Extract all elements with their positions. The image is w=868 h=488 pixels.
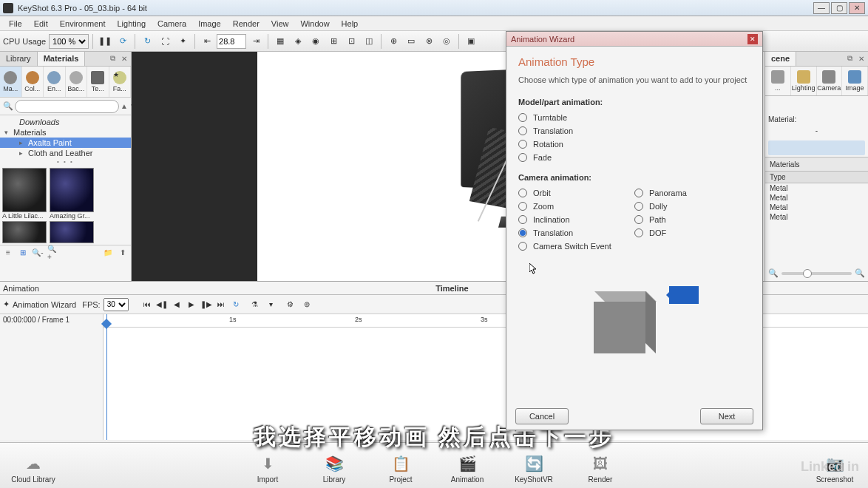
tab-materials[interactable]: Materials bbox=[38, 52, 86, 66]
cat-backplates[interactable]: Bac... bbox=[66, 67, 88, 97]
filter-anim-icon[interactable]: ⚗ bbox=[248, 298, 262, 311]
tool-icon-4[interactable]: ⊞ bbox=[325, 33, 342, 50]
scene-close-icon[interactable]: ✕ bbox=[856, 53, 867, 64]
menu-window[interactable]: Window bbox=[294, 18, 335, 30]
tool-icon-9[interactable]: ⊗ bbox=[421, 33, 437, 50]
tool-icon-2[interactable]: ◈ bbox=[290, 33, 306, 50]
step-back-icon[interactable]: ◀❚ bbox=[155, 298, 169, 311]
library-button[interactable]: 📚Library bbox=[301, 453, 367, 488]
tree-cloth[interactable]: ▸Cloth and Leather bbox=[0, 148, 131, 158]
animation-button[interactable]: 🎬Animation bbox=[434, 453, 501, 488]
tab-library[interactable]: Library bbox=[0, 52, 38, 66]
scene-undock-icon[interactable]: ⧉ bbox=[844, 53, 855, 64]
maximize-button[interactable]: ▢ bbox=[831, 2, 847, 14]
reload-icon[interactable]: ↻ bbox=[139, 33, 155, 50]
cat-favorites[interactable]: ★Fa... bbox=[109, 67, 132, 97]
tool-icon-3[interactable]: ◉ bbox=[308, 33, 324, 50]
menu-render[interactable]: Render bbox=[227, 18, 265, 30]
pause-icon[interactable]: ❚❚ bbox=[97, 33, 113, 50]
radio-dof[interactable]: DOF bbox=[634, 226, 750, 240]
col-type[interactable]: Type bbox=[765, 172, 868, 183]
radio-translation-camera[interactable]: Translation bbox=[518, 226, 634, 240]
view-grid-icon[interactable]: ⊞ bbox=[18, 248, 28, 258]
loop-icon[interactable]: ↻ bbox=[229, 298, 243, 311]
thumb-1[interactable]: A Little Lilac... bbox=[1, 168, 47, 220]
tool-icon-11[interactable]: ▣ bbox=[463, 33, 479, 50]
upload-icon[interactable]: ⬆ bbox=[118, 248, 128, 258]
cat-textures[interactable]: Te... bbox=[87, 67, 109, 97]
step-fwd-icon[interactable]: ❚▶ bbox=[200, 298, 213, 311]
folder-icon[interactable]: 📁 bbox=[103, 248, 113, 258]
project-button[interactable]: 📋Project bbox=[367, 453, 434, 488]
expand-icon[interactable]: ⛶ bbox=[157, 33, 173, 50]
dialog-close-icon[interactable]: ✕ bbox=[747, 34, 758, 44]
dropdown-icon[interactable]: ▾ bbox=[265, 298, 278, 311]
tool-icon-8[interactable]: ▭ bbox=[403, 33, 419, 50]
radio-translation-model[interactable]: Translation bbox=[518, 124, 750, 138]
tree-downloads[interactable]: Downloads bbox=[0, 117, 131, 127]
tree-more[interactable]: • • • bbox=[0, 158, 131, 165]
cloud-library-button[interactable]: ☁ Cloud Library bbox=[0, 453, 67, 488]
menu-image[interactable]: Image bbox=[192, 18, 227, 30]
menu-edit[interactable]: Edit bbox=[28, 18, 54, 30]
radio-rotation[interactable]: Rotation bbox=[518, 138, 750, 151]
import-button[interactable]: ⬇Import bbox=[234, 453, 301, 488]
playhead[interactable] bbox=[106, 314, 107, 440]
close-button[interactable]: ✕ bbox=[849, 2, 865, 14]
panel-close-icon[interactable]: ✕ bbox=[119, 53, 129, 64]
radio-panorama[interactable]: Panorama bbox=[634, 186, 750, 200]
minimize-button[interactable]: — bbox=[813, 2, 830, 14]
play-back-icon[interactable]: ◀ bbox=[170, 298, 183, 311]
sub-materials[interactable]: Materials bbox=[765, 157, 868, 172]
cpu-usage-select[interactable]: 100 % bbox=[49, 34, 89, 49]
radio-inclination[interactable]: Inclination bbox=[518, 213, 634, 226]
tree-materials[interactable]: ▾Materials bbox=[0, 127, 131, 138]
table-row[interactable]: Metal bbox=[765, 212, 868, 222]
preview-icon[interactable]: ⊚ bbox=[300, 298, 313, 311]
search-input[interactable] bbox=[15, 100, 119, 113]
radio-orbit[interactable]: Orbit bbox=[518, 186, 634, 200]
tool-icon-1[interactable]: ▦ bbox=[272, 33, 288, 50]
tab-scene[interactable]: cene bbox=[765, 52, 796, 66]
undock-icon[interactable]: ⧉ bbox=[107, 53, 118, 64]
radio-turntable[interactable]: Turntable bbox=[518, 111, 750, 124]
goto-end-icon[interactable]: ⏭ bbox=[214, 298, 228, 311]
menu-file[interactable]: File bbox=[3, 18, 28, 30]
view-list-icon[interactable]: ≡ bbox=[3, 248, 13, 258]
frame-input[interactable] bbox=[217, 34, 246, 49]
radio-path[interactable]: Path bbox=[634, 213, 750, 226]
settings-icon[interactable]: ⚙ bbox=[284, 298, 297, 311]
play-icon[interactable]: ▶ bbox=[185, 298, 198, 311]
render-button[interactable]: 🖼Render bbox=[567, 453, 634, 488]
prev-frame-icon[interactable]: ⇤ bbox=[199, 33, 215, 50]
sort-asc-icon[interactable]: ▲ bbox=[121, 101, 128, 112]
cancel-button[interactable]: Cancel bbox=[515, 408, 569, 424]
tree-axalta[interactable]: ▸Axalta Paint bbox=[0, 138, 131, 148]
rtab-image[interactable]: Image bbox=[842, 67, 868, 95]
menu-environment[interactable]: Environment bbox=[54, 18, 112, 30]
rtab-camera[interactable]: Camera bbox=[817, 67, 843, 95]
table-row[interactable]: Metal bbox=[765, 183, 868, 193]
animation-wizard-button[interactable]: ✦ Animation Wizard bbox=[3, 299, 76, 309]
refresh-icon[interactable]: ⟳ bbox=[115, 33, 131, 50]
cat-colors[interactable]: Col... bbox=[22, 67, 44, 97]
keyshotvr-button[interactable]: 🔄KeyShotVR bbox=[501, 453, 567, 488]
tool-icon-5[interactable]: ⊡ bbox=[343, 33, 359, 50]
zoom-out-icon[interactable]: 🔍- bbox=[33, 248, 43, 258]
menu-view[interactable]: View bbox=[265, 18, 295, 30]
menu-help[interactable]: Help bbox=[336, 18, 365, 30]
rtab-lighting[interactable]: Lighting bbox=[791, 67, 817, 95]
next-frame-icon[interactable]: ⇥ bbox=[248, 33, 264, 50]
zoom-in-icon[interactable]: 🔍+ bbox=[47, 248, 58, 258]
radio-camera-switch[interactable]: Camera Switch Event bbox=[518, 240, 634, 253]
tool-icon-6[interactable]: ◫ bbox=[361, 33, 377, 50]
thumb-2[interactable]: Amazing Gr... bbox=[49, 168, 95, 220]
tool-icon-7[interactable]: ⊕ bbox=[385, 33, 401, 50]
cat-materials[interactable]: Ma... bbox=[0, 67, 22, 97]
tool-icon-10[interactable]: ◎ bbox=[438, 33, 455, 50]
menu-lighting[interactable]: Lighting bbox=[111, 18, 152, 30]
menu-camera[interactable]: Camera bbox=[152, 18, 192, 30]
goto-start-icon[interactable]: ⏮ bbox=[140, 298, 154, 311]
next-button[interactable]: Next bbox=[700, 408, 753, 424]
thumb-4[interactable] bbox=[49, 221, 95, 243]
